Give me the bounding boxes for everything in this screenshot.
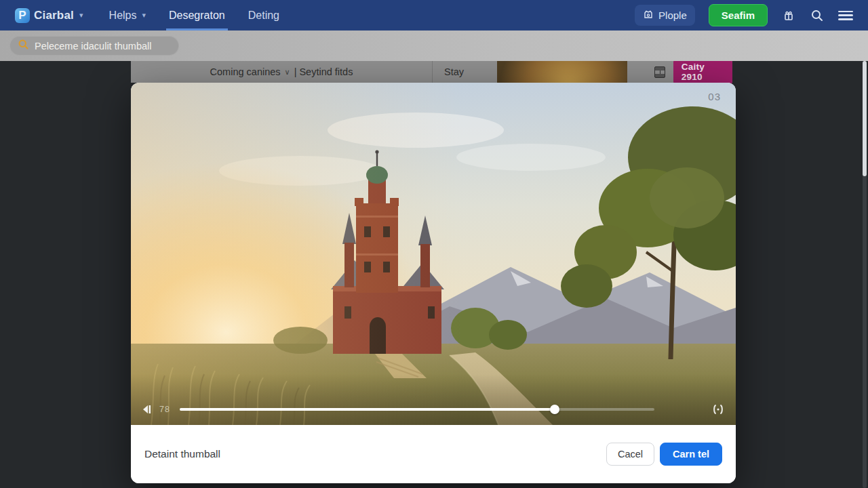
nav-item-desegraton[interactable]: Desegraton bbox=[159, 0, 235, 30]
strip-left-cell: Coming canines ∨ | Seytind fitds bbox=[131, 61, 433, 83]
strip-right-text: | Seytind fitds bbox=[294, 66, 353, 77]
nav-item-label: Deting bbox=[248, 9, 279, 22]
signup-cta-button[interactable]: Seafim bbox=[709, 4, 768, 26]
search-magnifier-icon bbox=[18, 39, 29, 53]
elapsed-time: 78 bbox=[159, 405, 170, 414]
fullscreen-icon[interactable] bbox=[711, 403, 725, 415]
search-icon[interactable] bbox=[810, 8, 825, 23]
strip-stay-cell: Stay bbox=[433, 61, 497, 83]
search-query-text: Peleceme idaculit thumball bbox=[35, 41, 151, 52]
preview-image: 03 78 bbox=[131, 83, 736, 425]
search-bar: Peleceme idaculit thumball bbox=[0, 30, 868, 61]
strip-left-text: Coming canines bbox=[210, 66, 281, 77]
gift-icon[interactable] bbox=[781, 8, 796, 23]
skip-back-icon[interactable] bbox=[140, 404, 153, 415]
modal-footer: Detaint thumball Cacel Carn tel bbox=[131, 425, 736, 483]
nav-item-label: Desegraton bbox=[169, 9, 225, 22]
people-label: Plople bbox=[658, 9, 687, 21]
thumbnail-preview-modal: 03 78 Detaint thumball Cacel Carn tel bbox=[131, 83, 736, 483]
stay-label: Stay bbox=[444, 66, 464, 77]
background-page-strip: Coming canines ∨ | Seytind fitds Stay Ca… bbox=[131, 61, 732, 83]
app-logo[interactable]: P Ciarbal ▾ bbox=[15, 8, 83, 23]
nav-item-helps[interactable]: Helps ▾ bbox=[100, 0, 155, 30]
chevron-down-icon: ∨ bbox=[285, 68, 290, 77]
seek-handle[interactable] bbox=[550, 405, 559, 414]
logo-icon: P bbox=[15, 8, 30, 23]
count-badge: Caity 2910 bbox=[673, 60, 732, 84]
nav-item-label: Helps bbox=[109, 9, 137, 22]
people-button[interactable]: Plople bbox=[635, 5, 695, 26]
strip-right-cell: Caity 2910 bbox=[627, 61, 732, 83]
castle-landscape-illustration bbox=[131, 83, 736, 425]
seek-bar[interactable] bbox=[180, 408, 654, 411]
strip-thumbnail-image bbox=[497, 61, 627, 83]
chevron-down-icon: ▾ bbox=[79, 11, 83, 20]
menu-icon[interactable] bbox=[838, 11, 853, 20]
search-input[interactable]: Peleceme idaculit thumball bbox=[9, 36, 179, 56]
seek-bar-fill bbox=[180, 408, 555, 411]
chevron-down-icon: ▾ bbox=[142, 11, 146, 20]
brand-name: Ciarbal bbox=[34, 9, 74, 22]
cancel-button[interactable]: Cacel bbox=[606, 443, 654, 466]
confirm-button[interactable]: Carn tel bbox=[660, 443, 722, 466]
grid-icon[interactable] bbox=[654, 66, 665, 78]
shield-crown-icon bbox=[643, 9, 654, 22]
player-controls: 78 bbox=[131, 398, 736, 421]
top-navbar: P Ciarbal ▾ Helps ▾ Desegraton Deting Pl… bbox=[0, 0, 868, 30]
nav-item-deting[interactable]: Deting bbox=[239, 0, 289, 30]
modal-title: Detaint thumball bbox=[144, 448, 220, 460]
page-scrollbar[interactable] bbox=[863, 61, 867, 488]
image-counter: 03 bbox=[708, 91, 721, 102]
